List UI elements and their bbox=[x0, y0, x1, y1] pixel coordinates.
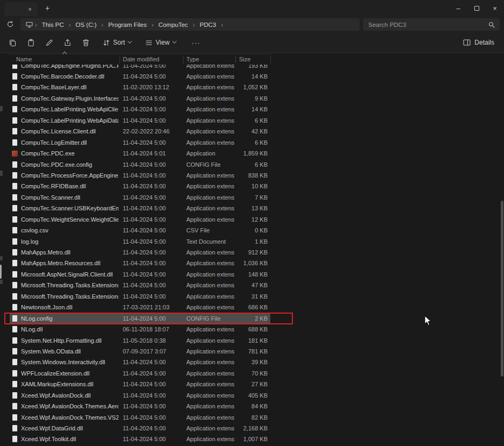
file-row[interactable]: CompuTec.WeightService.WeightClientAPI.d… bbox=[0, 214, 504, 225]
file-name: MahApps.Metro.Resources.dll bbox=[21, 258, 118, 268]
breadcrumb-chevron-icon[interactable]: › bbox=[100, 21, 104, 27]
vertical-scrollbar-thumb[interactable] bbox=[501, 201, 503, 377]
file-size: 781 KB bbox=[223, 346, 268, 357]
file-row[interactable]: Xceed.Wpf.AvalonDock.Themes.Aero.dll 11-… bbox=[0, 401, 504, 412]
maximize-button[interactable] bbox=[467, 0, 486, 16]
search-icon[interactable] bbox=[488, 22, 495, 28]
file-row[interactable]: NLog.config 11-04-2024 5:00 CONFIG File … bbox=[0, 313, 504, 324]
file-row[interactable]: System.Net.Http.Formatting.dll 11-05-201… bbox=[0, 335, 504, 346]
file-date-modified: 07-09-2017 3:07 bbox=[123, 346, 182, 357]
file-name: CompuTec.PDC.exe bbox=[21, 148, 118, 159]
file-row[interactable]: CompuTec.Barcode.Decoder.dll 11-04-2024 … bbox=[0, 71, 504, 82]
breadcrumb-chevron-icon[interactable]: › bbox=[192, 21, 196, 27]
file-icon bbox=[12, 65, 17, 69]
nav-pane-scrollbar-thumb[interactable] bbox=[0, 265, 2, 279]
file-row[interactable]: Xceed.Wpf.AvalonDock.Themes.VS2010.dll 1… bbox=[0, 412, 504, 423]
breadcrumb-item[interactable]: Program Files bbox=[104, 22, 151, 28]
paste-button[interactable] bbox=[22, 34, 40, 51]
share-button[interactable] bbox=[58, 34, 76, 51]
file-row[interactable]: CompuTec.ProcessForce.AppEngine.Plugin.M… bbox=[0, 170, 504, 181]
breadcrumb-chevron-icon[interactable]: › bbox=[68, 21, 72, 27]
file-row[interactable]: CompuTec.RFIDBase.dll 11-04-2024 5:00 Ap… bbox=[0, 181, 504, 192]
file-date-modified: 11-04-2024 5:00 bbox=[123, 412, 182, 423]
file-date-modified: 11-04-2024 5:00 bbox=[123, 423, 182, 434]
copy-icon bbox=[9, 39, 17, 47]
file-row[interactable]: XAMLMarkupExtensions.dll 11-04-2024 5:00… bbox=[0, 379, 504, 390]
file-row[interactable]: Xceed.Wpf.AvalonDock.dll 11-04-2024 5:00… bbox=[0, 390, 504, 401]
file-row[interactable]: CompuTec.Scanner.dll 11-04-2024 5:00 App… bbox=[0, 192, 504, 203]
file-size: 148 KB bbox=[223, 269, 268, 280]
view-button[interactable]: View bbox=[139, 34, 182, 51]
file-row[interactable]: Microsoft.Threading.Tasks.Extensions.dll… bbox=[0, 291, 504, 302]
this-pc-icon[interactable] bbox=[26, 22, 33, 28]
breadcrumb-chevron-icon[interactable]: › bbox=[150, 21, 155, 27]
file-row[interactable]: CompuTec.Gateway.Plugin.Interfaces.dll 1… bbox=[0, 93, 504, 104]
file-row[interactable]: CompuTec.LabelPrinting.WebApiClient.dll … bbox=[0, 104, 504, 115]
breadcrumb-chevron-icon[interactable]: › bbox=[220, 21, 224, 27]
see-more-button[interactable]: ··· bbox=[185, 34, 207, 51]
file-date-modified: 11-04-2024 5:00 bbox=[123, 401, 182, 412]
file-row[interactable]: MahApps.Metro.Resources.dll 11-04-2024 5… bbox=[0, 258, 504, 268]
file-row[interactable]: WPFLocalizeExtension.dll 11-04-2024 5:00… bbox=[0, 368, 504, 379]
minimize-button[interactable]: – bbox=[449, 0, 467, 16]
nav-pane-item-edge bbox=[0, 106, 3, 111]
file-row[interactable]: CompuTec.LogEmitter.dll 11-04-2024 5:00 … bbox=[0, 137, 504, 148]
share-icon bbox=[64, 39, 72, 47]
file-row[interactable]: MahApps.Metro.dll 11-04-2024 5:00 Applic… bbox=[0, 247, 504, 258]
file-icon bbox=[12, 392, 17, 399]
copy-button[interactable] bbox=[3, 34, 22, 51]
column-header-date[interactable]: Date modified bbox=[123, 56, 159, 62]
details-button[interactable]: Details bbox=[458, 34, 500, 51]
column-separator[interactable] bbox=[183, 55, 184, 63]
sort-button[interactable]: Sort bbox=[97, 34, 137, 51]
file-row[interactable]: CompuTec.LabelPrinting.WebApiData.dll 11… bbox=[0, 115, 504, 126]
file-row[interactable]: Newtonsoft.Json.dll 17-03-2021 21:03 App… bbox=[0, 302, 504, 313]
rename-button[interactable] bbox=[40, 34, 58, 51]
column-separator[interactable] bbox=[120, 55, 120, 63]
file-size: 7 KB bbox=[223, 192, 268, 203]
column-header-type[interactable]: Type bbox=[186, 56, 199, 62]
file-icon bbox=[12, 161, 17, 168]
file-row[interactable]: System.Web.OData.dll 07-09-2017 3:07 App… bbox=[0, 346, 504, 357]
file-row[interactable]: CompuTec.PDC.exe 11-04-2024 5:01 Applica… bbox=[0, 148, 504, 159]
file-date-modified: 11-04-2024 5:00 bbox=[123, 115, 182, 126]
file-size: 181 KB bbox=[223, 335, 268, 346]
breadcrumb-item[interactable]: PDC3 bbox=[196, 22, 220, 28]
breadcrumb-item[interactable]: CompuTec bbox=[155, 22, 192, 28]
new-tab-button[interactable]: + bbox=[43, 3, 52, 13]
file-row[interactable]: CompuTec.AppEngine.Plugins.PDC.Plugin.Mo… bbox=[0, 65, 504, 71]
breadcrumb-item[interactable]: OS (C:) bbox=[72, 22, 100, 28]
file-row[interactable]: NLog.dll 06-11-2018 18:07 Application ex… bbox=[0, 324, 504, 335]
file-row[interactable]: CompuTec.PDC.exe.config 11-04-2024 5:00 … bbox=[0, 159, 504, 170]
column-separator[interactable] bbox=[270, 55, 271, 63]
column-separator[interactable] bbox=[235, 55, 236, 63]
file-row[interactable]: CompuTec.License.Client.dll 22-02-2022 2… bbox=[0, 126, 504, 137]
file-row[interactable]: Microsoft.AspNet.SignalR.Client.dll 11-0… bbox=[0, 269, 504, 280]
file-row[interactable]: log.log 11-04-2024 5:00 Text Document 1 … bbox=[0, 236, 504, 247]
header-divider bbox=[10, 54, 271, 54]
delete-button[interactable] bbox=[76, 34, 95, 51]
file-row[interactable]: Xceed.Wpf.Toolkit.dll 11-04-2024 5:00 Ap… bbox=[0, 434, 504, 444]
tab-close-icon[interactable]: × bbox=[26, 5, 34, 13]
search-box[interactable] bbox=[363, 18, 500, 31]
file-name: CompuTec.LabelPrinting.WebApiClient.dll bbox=[21, 104, 118, 115]
close-button[interactable]: × bbox=[486, 0, 504, 16]
column-header-name[interactable]: Name bbox=[16, 56, 32, 62]
file-row[interactable]: csvlog.csv 11-04-2024 5:00 CSV File 0 KB bbox=[0, 225, 504, 236]
file-icon bbox=[12, 238, 17, 245]
file-row[interactable]: CompuTec.BaseLayer.dll 11-02-2020 13:12 … bbox=[0, 82, 504, 93]
file-row[interactable]: Microsoft.Threading.Tasks.Extensions.Des… bbox=[0, 280, 504, 291]
explorer-tab[interactable]: × bbox=[4, 2, 38, 16]
column-header-size[interactable]: Size bbox=[239, 56, 250, 62]
refresh-button[interactable] bbox=[3, 18, 17, 31]
file-row[interactable]: CompuTec.Scanner.USBKeyboardEmulation.dl… bbox=[0, 203, 504, 214]
search-input[interactable] bbox=[363, 22, 488, 28]
breadcrumb-chevron-icon[interactable]: › bbox=[34, 21, 38, 27]
file-icon bbox=[12, 73, 17, 80]
breadcrumb-item[interactable]: This PC bbox=[38, 22, 68, 28]
file-row[interactable]: Xceed.Wpf.DataGrid.dll 11-04-2024 5:00 A… bbox=[0, 423, 504, 434]
file-row[interactable]: System.Windows.Interactivity.dll 11-04-2… bbox=[0, 357, 504, 367]
file-icon bbox=[12, 172, 17, 179]
file-name: Newtonsoft.Json.dll bbox=[21, 302, 118, 313]
file-size: 27 KB bbox=[223, 379, 268, 390]
